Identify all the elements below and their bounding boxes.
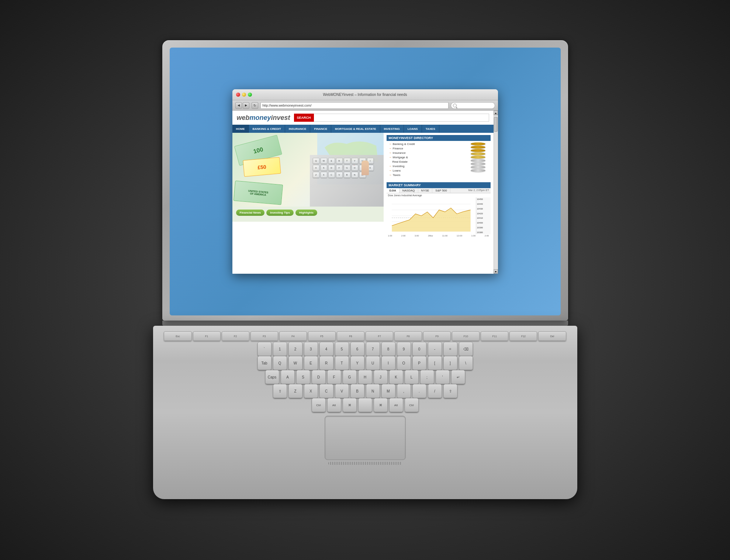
key-alt-right[interactable]: Alt bbox=[389, 398, 403, 412]
scroll-down-button[interactable]: ▼ bbox=[494, 269, 498, 274]
search-button[interactable]: SEARCH bbox=[294, 114, 314, 122]
key-f11[interactable]: F11 bbox=[481, 331, 508, 341]
key-g[interactable]: G bbox=[343, 370, 357, 384]
key-8[interactable]: 8 bbox=[381, 342, 395, 356]
key-d[interactable]: D bbox=[312, 370, 326, 384]
key-shift-right[interactable]: ⇧ bbox=[443, 384, 457, 398]
tab-investing-tips[interactable]: Investing Tips bbox=[266, 210, 294, 216]
browser-search-bar[interactable] bbox=[451, 102, 495, 109]
refresh-button[interactable]: ↻ bbox=[252, 102, 258, 109]
browser-window[interactable]: WebMONEYinvest – Information for financi… bbox=[232, 89, 498, 274]
dir-link-taxes[interactable]: → Taxes bbox=[389, 173, 465, 177]
key-i[interactable]: I bbox=[381, 356, 395, 370]
key-alt-left[interactable]: Alt bbox=[327, 398, 341, 412]
key-quote[interactable]: ' bbox=[436, 370, 450, 384]
key-t[interactable]: T bbox=[335, 356, 349, 370]
scroll-up-button[interactable]: ▲ bbox=[494, 111, 498, 115]
key-6[interactable]: 6 bbox=[350, 342, 364, 356]
scroll-track[interactable] bbox=[494, 115, 498, 269]
nav-loans[interactable]: LOANS bbox=[404, 125, 422, 133]
minimize-button[interactable] bbox=[242, 93, 246, 97]
key-cmd-right[interactable]: ⌘ bbox=[374, 398, 388, 412]
key-period[interactable]: . bbox=[412, 384, 426, 398]
key-0[interactable]: 0 bbox=[412, 342, 426, 356]
browser-scrollbar[interactable]: ▲ ▼ bbox=[494, 111, 498, 274]
key-backslash[interactable]: \ bbox=[459, 356, 473, 370]
maximize-button[interactable] bbox=[248, 93, 252, 97]
key-rbracket[interactable]: ] bbox=[443, 356, 457, 370]
key-m[interactable]: M bbox=[381, 384, 395, 398]
forward-button[interactable]: ▶ bbox=[243, 102, 249, 109]
key-f9[interactable]: F9 bbox=[423, 331, 451, 341]
nav-banking[interactable]: BANKING & CREDIT bbox=[249, 125, 285, 133]
key-f12[interactable]: F12 bbox=[509, 331, 537, 341]
nav-taxes[interactable]: TAXES bbox=[422, 125, 439, 133]
key-f2[interactable]: F2 bbox=[222, 331, 249, 341]
key-backspace[interactable]: ⌫ bbox=[459, 342, 473, 356]
key-h[interactable]: H bbox=[358, 370, 372, 384]
nav-finance[interactable]: FINANCE bbox=[310, 125, 331, 133]
key-ctrl-left[interactable]: Ctrl bbox=[312, 398, 326, 412]
url-bar[interactable]: http://www.webmoneyinvest.com/ bbox=[260, 102, 449, 109]
key-lbracket[interactable]: [ bbox=[428, 356, 442, 370]
key-f7[interactable]: F7 bbox=[366, 331, 393, 341]
key-del[interactable]: Del bbox=[538, 331, 566, 341]
key-f6[interactable]: F6 bbox=[337, 331, 364, 341]
key-equals[interactable]: = bbox=[443, 342, 457, 356]
key-l[interactable]: L bbox=[405, 370, 419, 384]
key-3[interactable]: 3 bbox=[304, 342, 318, 356]
dir-link-realestate[interactable]: Real Estate bbox=[389, 160, 465, 163]
key-f8[interactable]: F8 bbox=[394, 331, 422, 341]
key-1[interactable]: 1 bbox=[273, 342, 287, 356]
tab-sp500[interactable]: S&P 500 bbox=[432, 188, 450, 193]
key-ctrl-right[interactable]: Ctrl bbox=[405, 398, 419, 412]
key-backtick[interactable]: ` bbox=[257, 342, 271, 356]
key-s[interactable]: S bbox=[296, 370, 310, 384]
tab-djia[interactable]: DJIA bbox=[387, 188, 399, 193]
tab-financial-news[interactable]: Financial News bbox=[236, 210, 265, 216]
touchpad[interactable] bbox=[325, 416, 406, 460]
key-f3[interactable]: F3 bbox=[250, 331, 278, 341]
key-r[interactable]: R bbox=[319, 356, 333, 370]
tab-nasdaq[interactable]: NASDAQ bbox=[399, 188, 418, 193]
key-n[interactable]: N bbox=[366, 384, 380, 398]
key-u[interactable]: U bbox=[366, 356, 380, 370]
key-9[interactable]: 9 bbox=[397, 342, 411, 356]
key-v[interactable]: V bbox=[335, 384, 349, 398]
close-button[interactable] bbox=[236, 93, 240, 97]
key-y[interactable]: Y bbox=[350, 356, 364, 370]
key-a[interactable]: A bbox=[281, 370, 295, 384]
dir-link-investing[interactable]: → Investing bbox=[389, 165, 465, 168]
key-2[interactable]: 2 bbox=[288, 342, 302, 356]
key-caps[interactable]: Caps bbox=[265, 370, 279, 384]
tab-highlights[interactable]: Highlights bbox=[295, 210, 317, 216]
nav-investing[interactable]: INVESTING bbox=[380, 125, 404, 133]
key-esc[interactable]: Esc bbox=[164, 331, 191, 341]
dir-link-mortgage[interactable]: → Mortgage & bbox=[389, 156, 465, 159]
key-o[interactable]: O bbox=[397, 356, 411, 370]
key-4[interactable]: 4 bbox=[319, 342, 333, 356]
key-w[interactable]: W bbox=[288, 356, 302, 370]
key-b[interactable]: B bbox=[350, 384, 364, 398]
key-shift-left[interactable]: ⇧ bbox=[273, 384, 287, 398]
key-space[interactable] bbox=[358, 398, 372, 412]
key-e[interactable]: E bbox=[304, 356, 318, 370]
nav-mortgage[interactable]: MORTGAGE & REAL ESTATE bbox=[331, 125, 380, 133]
key-minus[interactable]: - bbox=[428, 342, 442, 356]
key-z[interactable]: Z bbox=[288, 384, 302, 398]
key-semicolon[interactable]: ; bbox=[420, 370, 434, 384]
key-tab[interactable]: Tab bbox=[257, 356, 271, 370]
key-7[interactable]: 7 bbox=[366, 342, 380, 356]
key-x[interactable]: X bbox=[304, 384, 318, 398]
key-f[interactable]: F bbox=[327, 370, 341, 384]
key-f5[interactable]: F5 bbox=[308, 331, 336, 341]
dir-link-banking[interactable]: → Banking & Credit bbox=[389, 142, 465, 146]
dir-link-loans[interactable]: → Loans bbox=[389, 169, 465, 172]
dir-link-finance[interactable]: → Finance bbox=[389, 147, 465, 150]
key-comma[interactable]: , bbox=[397, 384, 411, 398]
tab-nyse[interactable]: NYSE bbox=[418, 188, 433, 193]
key-f10[interactable]: F10 bbox=[452, 331, 480, 341]
key-q[interactable]: Q bbox=[273, 356, 287, 370]
key-p[interactable]: P bbox=[412, 356, 426, 370]
nav-home[interactable]: HOME bbox=[232, 125, 249, 133]
